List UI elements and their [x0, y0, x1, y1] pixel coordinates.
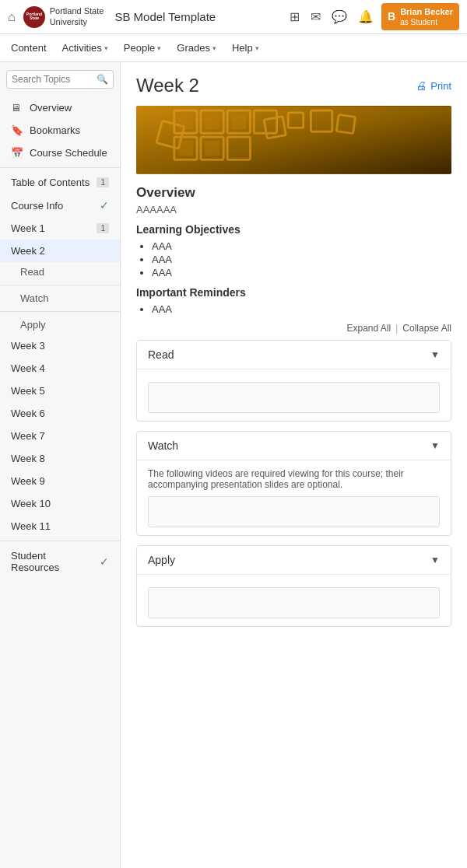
sidebar-label-courseinfo: Course Info	[11, 200, 63, 212]
sidebar-label-week5: Week 5	[11, 385, 45, 397]
overview-text: AAAAAA	[136, 204, 451, 215]
sidebar-item-week8[interactable]: Week 8	[0, 447, 120, 470]
sidebar-item-week10[interactable]: Week 10	[0, 492, 120, 515]
sidebar-label-week6: Week 6	[11, 408, 45, 419]
psu-logo: Portland State	[23, 6, 45, 28]
overview-title: Overview	[136, 185, 451, 201]
sidebar-item-week9[interactable]: Week 9	[0, 470, 120, 492]
monitor-icon: 🖥	[11, 102, 23, 114]
accordion-watch-header[interactable]: Watch ▼	[137, 432, 451, 460]
sidebar-item-toc[interactable]: Table of Contents 1	[0, 171, 120, 194]
sidebar-item-week3[interactable]: Week 3	[0, 334, 120, 357]
nav-people[interactable]: People ▾	[124, 42, 161, 54]
top-nav: ⌂ Portland State Portland State Universi…	[0, 0, 467, 34]
caret-icon: ▾	[212, 44, 216, 52]
caret-down-icon: ▼	[430, 349, 440, 360]
sidebar-subitem-watch[interactable]: Watch	[0, 289, 120, 308]
sidebar-label-week3: Week 3	[11, 340, 45, 352]
sidebar-label-week10: Week 10	[11, 498, 51, 509]
sidebar-item-week4[interactable]: Week 4	[0, 357, 120, 380]
learning-objectives-title: Learning Objectives	[136, 223, 451, 236]
accordion-read: Read ▼	[136, 340, 451, 422]
sidebar-item-bookmarks[interactable]: 🔖 Bookmarks	[0, 119, 120, 142]
accordion-apply: Apply ▼	[136, 545, 451, 627]
important-reminders-section: Important Reminders AAA	[136, 286, 451, 315]
sidebar-item-schedule[interactable]: 📅 Course Schedule	[0, 142, 120, 164]
user-initial: B	[388, 10, 395, 23]
user-role: as Student	[400, 17, 453, 27]
user-name: Brian Becker	[400, 6, 453, 17]
sidebar-item-courseinfo[interactable]: Course Info ✓	[0, 194, 120, 217]
nav-help[interactable]: Help ▾	[232, 42, 259, 54]
accordion-apply-body	[137, 574, 451, 626]
sidebar-item-student-resources[interactable]: Student Resources ✓	[0, 544, 120, 579]
accordion-apply-label: Apply	[148, 554, 175, 566]
accordion-watch-body: The following videos are required viewin…	[137, 460, 451, 535]
sidebar-label-student-resources: Student Resources	[11, 550, 93, 573]
grid-icon[interactable]: ⊞	[290, 9, 300, 24]
sidebar-subitem-apply[interactable]: Apply	[0, 315, 120, 334]
sidebar-label-week1: Week 1	[11, 222, 45, 234]
important-reminders-list: AAA	[152, 303, 451, 315]
separator: |	[395, 323, 398, 334]
sidebar-label-week8: Week 8	[11, 453, 45, 464]
list-item: AAA	[152, 267, 451, 278]
sidebar-label-toc: Table of Contents	[11, 177, 90, 188]
nav-activities[interactable]: Activities ▾	[62, 42, 108, 54]
main-content: Week 2 🖨 Print	[121, 62, 467, 868]
svg-rect-17	[205, 114, 220, 130]
sidebar-subitem-read[interactable]: Read	[0, 262, 120, 282]
accordion-read-body	[137, 369, 451, 421]
sidebar-divider-watch	[0, 311, 120, 312]
important-reminders-title: Important Reminders	[136, 286, 451, 299]
sidebar-item-week11[interactable]: Week 11	[0, 515, 120, 537]
sidebar-divider-bottom	[0, 541, 120, 541]
week1-badge: 1	[97, 223, 109, 233]
accordion-watch-text: The following videos are required viewin…	[148, 468, 440, 490]
toc-badge: 1	[97, 177, 109, 187]
sidebar-item-week2[interactable]: Week 2	[0, 240, 120, 262]
bell-icon[interactable]: 🔔	[358, 9, 374, 24]
sidebar-item-week5[interactable]: Week 5	[0, 380, 120, 402]
page-title: Week 2	[136, 75, 199, 96]
sidebar-item-overview[interactable]: 🖥 Overview	[0, 96, 120, 119]
svg-rect-20	[205, 141, 220, 156]
print-label: Print	[430, 80, 451, 92]
top-icons: ⊞ ✉ 💬 🔔	[290, 9, 374, 24]
learning-objectives-section: Learning Objectives AAA AAA AAA	[136, 223, 451, 278]
hero-svg	[136, 106, 451, 174]
accordion-read-content	[148, 382, 440, 413]
mail-icon[interactable]: ✉	[311, 9, 321, 24]
page-header: Week 2 🖨 Print	[136, 75, 451, 96]
sidebar-item-week1[interactable]: Week 1 1	[0, 217, 120, 240]
list-item: AAA	[152, 254, 451, 265]
svg-rect-16	[178, 114, 194, 130]
nav-content[interactable]: Content	[11, 42, 47, 54]
sidebar-divider	[0, 167, 120, 168]
accordion-read-label: Read	[148, 348, 174, 361]
home-icon[interactable]: ⌂	[8, 10, 16, 24]
expand-all-link[interactable]: Expand All	[346, 323, 391, 334]
print-button[interactable]: 🖨 Print	[416, 79, 451, 92]
svg-rect-19	[178, 141, 194, 156]
search-container: 🔍	[6, 70, 114, 89]
sidebar-label-week4: Week 4	[11, 362, 45, 374]
accordion-read-header[interactable]: Read ▼	[137, 341, 451, 369]
sidebar-item-week6[interactable]: Week 6	[0, 402, 120, 425]
collapse-all-link[interactable]: Collapse All	[402, 323, 451, 334]
search-input[interactable]	[12, 74, 97, 85]
caret-down-icon: ▼	[430, 555, 440, 565]
sidebar-item-week7[interactable]: Week 7	[0, 425, 120, 447]
sidebar-label-schedule: Course Schedule	[30, 147, 107, 159]
sub-nav: Content Activities ▾ People ▾ Grades ▾ H…	[0, 34, 467, 62]
user-badge[interactable]: B Brian Becker as Student	[381, 3, 459, 30]
overview-section: Overview AAAAAA	[136, 185, 451, 215]
accordion-apply-header[interactable]: Apply ▼	[137, 546, 451, 574]
accordion-watch-content	[148, 496, 440, 527]
svg-rect-18	[231, 114, 247, 130]
caret-icon: ▾	[255, 44, 259, 52]
hero-image	[136, 106, 451, 174]
user-info: Brian Becker as Student	[400, 6, 453, 27]
chat-icon[interactable]: 💬	[332, 9, 347, 24]
nav-grades[interactable]: Grades ▾	[177, 42, 216, 54]
